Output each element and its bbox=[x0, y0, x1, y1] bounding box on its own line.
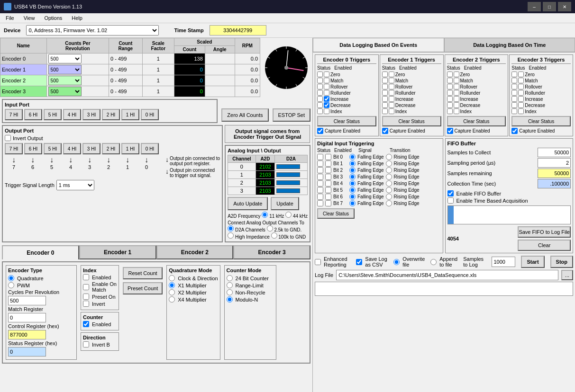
out-btn-6hi[interactable]: 6 HI bbox=[24, 143, 42, 154]
enc-tab-1[interactable]: Encoder 1 bbox=[79, 245, 156, 259]
enc3-zero-status[interactable] bbox=[511, 71, 517, 77]
bit1-falling[interactable] bbox=[349, 160, 356, 167]
close-button[interactable]: ✕ bbox=[558, 2, 571, 11]
enc-tab-3[interactable]: Encoder 3 bbox=[233, 245, 310, 259]
menu-options[interactable]: Options bbox=[40, 14, 66, 22]
invert-b-check[interactable] bbox=[83, 341, 89, 347]
enc0-increase-status[interactable] bbox=[317, 96, 323, 102]
bit6-falling[interactable] bbox=[349, 194, 356, 200]
enc1-decrease-status[interactable] bbox=[382, 102, 388, 108]
menu-file[interactable]: File bbox=[2, 14, 18, 22]
bit2-falling[interactable] bbox=[349, 167, 356, 173]
out-btn-5hi[interactable]: 5 HI bbox=[44, 143, 62, 154]
bit2-rising[interactable] bbox=[386, 167, 392, 173]
enc0-index-status[interactable] bbox=[317, 108, 323, 114]
enc1-rollunder-enabled[interactable] bbox=[389, 90, 394, 96]
fifo-samples-input[interactable] bbox=[538, 148, 571, 157]
enc3-clear-status-button[interactable]: Clear Status bbox=[511, 116, 571, 126]
menu-view[interactable]: View bbox=[20, 14, 39, 22]
bit3-rising[interactable] bbox=[386, 174, 392, 180]
x2-radio[interactable] bbox=[169, 289, 175, 295]
preset-on-check[interactable] bbox=[83, 294, 89, 300]
freq-44k-radio[interactable] bbox=[285, 212, 292, 218]
enc3-match-enabled[interactable] bbox=[518, 78, 524, 83]
enc1-clear-status-button[interactable]: Clear Status bbox=[382, 116, 441, 126]
invert-output-checkbox[interactable] bbox=[5, 135, 11, 141]
clock-dir-radio[interactable] bbox=[169, 275, 175, 281]
maximize-button[interactable]: □ bbox=[543, 2, 556, 11]
enc3-cpr-select[interactable]: 500 bbox=[48, 87, 82, 96]
x1-radio[interactable] bbox=[169, 282, 175, 288]
bit4-rising[interactable] bbox=[386, 180, 392, 187]
fifo-period-input[interactable] bbox=[538, 158, 571, 168]
bit0-status[interactable] bbox=[317, 154, 323, 160]
24bit-radio[interactable] bbox=[227, 275, 233, 281]
enc2-capture-check[interactable] bbox=[447, 128, 453, 134]
bit1-rising[interactable] bbox=[386, 160, 392, 167]
enc0-match-enabled[interactable] bbox=[324, 78, 329, 83]
invert-check[interactable] bbox=[83, 301, 89, 307]
zero-all-button[interactable]: Zero All Counts bbox=[221, 108, 268, 122]
enc2-rollunder-enabled[interactable] bbox=[454, 90, 459, 96]
bit5-rising[interactable] bbox=[386, 187, 392, 193]
enc2-index-status[interactable] bbox=[447, 108, 453, 114]
control-input[interactable] bbox=[8, 330, 46, 339]
time-tab[interactable]: Data Logging Based On Time bbox=[444, 38, 575, 52]
enc-tab-2[interactable]: Encoder 2 bbox=[156, 245, 234, 259]
input-btn-0hi[interactable]: 0 HI bbox=[141, 109, 159, 120]
index-enabled-check[interactable] bbox=[83, 274, 89, 280]
enc1-increase-status[interactable] bbox=[382, 96, 388, 102]
bit5-enabled[interactable] bbox=[325, 187, 331, 193]
bit5-falling[interactable] bbox=[349, 187, 356, 193]
enc0-index-enabled[interactable] bbox=[324, 108, 329, 114]
enhanced-reporting-check[interactable] bbox=[315, 259, 321, 265]
enc2-decrease-enabled[interactable] bbox=[454, 102, 459, 108]
bit7-falling[interactable] bbox=[349, 200, 356, 206]
enc1-increase-enabled[interactable] bbox=[389, 96, 394, 102]
enc1-rollunder-status[interactable] bbox=[382, 90, 388, 96]
enc0-cpr-select[interactable]: 500 bbox=[48, 54, 82, 63]
input-btn-1hi[interactable]: 1 HI bbox=[121, 109, 139, 120]
fifo-save-button[interactable]: Save FIFO to Log File bbox=[518, 226, 571, 238]
cycles-input[interactable] bbox=[8, 296, 46, 305]
device-select[interactable]: 0, Address 31, Firmware Ver. 1.02 bbox=[26, 25, 159, 36]
enc0-decrease-status[interactable] bbox=[317, 102, 323, 108]
overwrite-radio[interactable] bbox=[393, 259, 400, 265]
enc0-clear-status-button[interactable]: Clear Status bbox=[317, 116, 376, 126]
enc2-rollunder-status[interactable] bbox=[447, 90, 453, 96]
pwm-radio[interactable] bbox=[8, 282, 14, 288]
fifo-clear-button[interactable]: Clear bbox=[518, 240, 571, 251]
enc0-rollover-status[interactable] bbox=[317, 84, 323, 89]
enc3-index-status[interactable] bbox=[511, 108, 517, 114]
enc1-match-status[interactable] bbox=[382, 78, 388, 83]
non-recycle-radio[interactable] bbox=[227, 289, 233, 295]
bit6-rising[interactable] bbox=[386, 194, 392, 200]
events-tab[interactable]: Data Logging Based On Events bbox=[313, 38, 444, 52]
enc2-increase-status[interactable] bbox=[447, 96, 453, 102]
bit2-status[interactable] bbox=[317, 167, 323, 173]
enc0-decrease-enabled[interactable] bbox=[324, 102, 329, 108]
enc1-match-enabled[interactable] bbox=[389, 78, 394, 83]
bit7-status[interactable] bbox=[317, 200, 323, 206]
enc3-decrease-enabled[interactable] bbox=[518, 102, 524, 108]
enc2-decrease-status[interactable] bbox=[447, 102, 453, 108]
bit6-enabled[interactable] bbox=[325, 194, 331, 200]
status-input[interactable] bbox=[8, 347, 46, 356]
input-btn-5hi[interactable]: 5 HI bbox=[44, 109, 62, 120]
enc1-index-enabled[interactable] bbox=[389, 108, 394, 114]
estop-button[interactable]: ESTOP Set bbox=[273, 108, 310, 122]
input-btn-7hi[interactable]: 7 HI bbox=[5, 109, 23, 120]
enc1-zero-enabled[interactable] bbox=[389, 71, 394, 77]
bit4-status[interactable] bbox=[317, 180, 323, 187]
out-btn-0hi[interactable]: 0 HI bbox=[141, 143, 159, 154]
bit4-enabled[interactable] bbox=[325, 180, 331, 187]
stop-button[interactable]: Stop bbox=[550, 256, 573, 268]
bit0-enabled[interactable] bbox=[325, 154, 331, 160]
bit7-enabled[interactable] bbox=[325, 200, 331, 206]
bit7-rising[interactable] bbox=[386, 200, 392, 206]
enc3-match-status[interactable] bbox=[511, 78, 517, 83]
enc0-increase-enabled[interactable] bbox=[324, 96, 329, 102]
append-radio[interactable] bbox=[430, 259, 437, 265]
enc0-zero-enabled[interactable] bbox=[324, 71, 329, 77]
out-btn-1hi[interactable]: 1 HI bbox=[121, 143, 139, 154]
